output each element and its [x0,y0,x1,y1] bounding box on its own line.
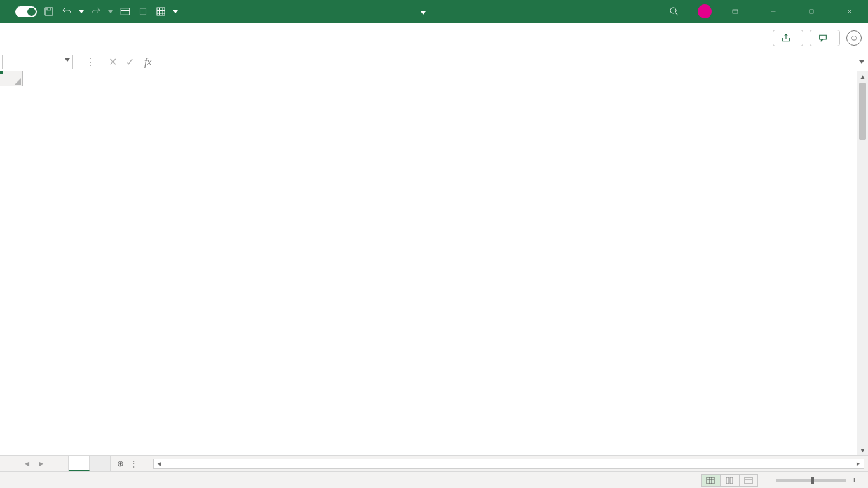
svg-point-4 [670,8,676,13]
maximize-button[interactable] [797,0,826,23]
svg-rect-7 [707,477,714,484]
spreadsheet-grid[interactable]: ▲ ▼ [0,71,868,455]
ribbon-tabs: ☺ [0,23,868,53]
view-pagebreak-button[interactable] [739,474,758,487]
view-pagelayout-button[interactable] [720,474,739,487]
title-bar [0,0,868,23]
zoom-in-button[interactable]: + [851,475,857,485]
scroll-thumb[interactable] [859,83,866,140]
title-dropdown-icon[interactable] [421,11,426,15]
minimize-button[interactable] [759,0,788,23]
fx-icon[interactable]: fx [139,53,156,71]
share-button[interactable] [773,30,803,46]
comments-button[interactable] [810,30,840,46]
svg-rect-10 [745,477,752,484]
zoom-slider[interactable] [776,479,846,482]
sheet-tab[interactable] [90,456,111,471]
qat-icon-1[interactable] [119,6,131,17]
add-sheet-button[interactable]: ⊕ [111,456,130,471]
name-box[interactable] [2,55,73,69]
sheet-tab-bar: ◄ ► ⊕ ⋮ ◄ ► [0,455,868,471]
svg-rect-5 [733,10,738,13]
svg-rect-0 [45,8,53,15]
undo-dropdown-icon[interactable] [79,10,84,13]
undo-icon[interactable] [61,6,72,17]
qat-icon-2[interactable] [137,6,149,17]
svg-rect-1 [121,8,130,15]
svg-rect-3 [157,8,165,15]
qat-icon-3[interactable] [155,6,166,17]
svg-rect-8 [726,477,729,484]
scroll-down-icon[interactable]: ▼ [857,445,868,455]
avatar[interactable] [698,4,712,18]
sheet-next-icon[interactable]: ► [37,459,46,468]
close-button[interactable] [835,0,864,23]
search-icon[interactable] [668,6,680,17]
feedback-icon[interactable]: ☺ [846,30,862,46]
svg-rect-6 [810,10,813,13]
svg-rect-9 [730,477,733,484]
formula-bar: ⋮ ✕ ✓ fx [0,53,868,71]
redo-icon[interactable] [90,6,102,17]
ribbon-mode-icon[interactable] [721,0,750,23]
select-all-button[interactable] [0,71,23,86]
chevron-down-icon[interactable] [65,58,70,62]
autosave-toggle[interactable] [15,6,37,17]
vertical-scrollbar[interactable]: ▲ ▼ [857,71,868,455]
cancel-formula-icon[interactable]: ✕ [109,56,117,68]
formula-input[interactable] [156,53,855,71]
sheet-tab-active[interactable] [69,456,90,471]
window-title [178,6,668,17]
scroll-left-icon[interactable]: ◄ [154,460,164,467]
scroll-up-icon[interactable]: ▲ [857,71,868,81]
view-normal-button[interactable] [701,474,720,487]
svg-rect-2 [140,8,146,15]
redo-dropdown-icon[interactable] [108,10,113,13]
sheet-prev-icon[interactable]: ◄ [23,459,31,468]
status-bar: − + [0,471,868,488]
horizontal-scrollbar[interactable]: ◄ ► [153,459,864,469]
save-icon[interactable] [43,6,55,17]
qat-customize-icon[interactable] [173,10,178,13]
scroll-right-icon[interactable]: ► [853,460,864,467]
accept-formula-icon[interactable]: ✓ [126,56,134,68]
expand-formula-icon[interactable] [855,53,868,71]
zoom-out-button[interactable]: − [767,475,772,485]
